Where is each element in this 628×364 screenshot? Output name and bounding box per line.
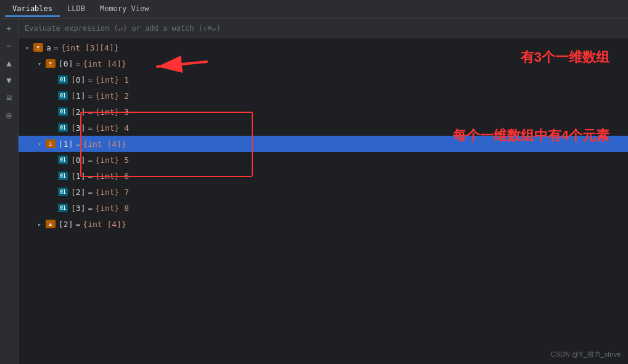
- var-name: [2]: [59, 220, 73, 229]
- tree-row[interactable]: 01[1] = {int} 6: [19, 168, 628, 184]
- var-value: {int [4]}: [83, 59, 126, 68]
- var-equals: =: [88, 107, 93, 117]
- var-value: {int [4]}: [83, 139, 126, 149]
- tree-row[interactable]: ≡a = {int [3][4]}: [19, 39, 628, 56]
- watermark: CSDN @Y_努力_strive: [551, 350, 621, 359]
- int-icon: 01: [58, 123, 68, 132]
- tree-row[interactable]: 01[0] = {int} 1: [19, 72, 628, 88]
- tab-variables[interactable]: Variables: [5, 2, 60, 17]
- var-equals: =: [75, 220, 80, 229]
- var-value: {int} 6: [95, 172, 129, 181]
- var-name: [2]: [71, 188, 85, 197]
- var-name: [3]: [71, 204, 85, 213]
- add-button[interactable]: +: [2, 21, 17, 36]
- int-icon: 01: [58, 107, 68, 116]
- var-equals: =: [88, 172, 93, 181]
- var-name: [3]: [71, 123, 85, 133]
- var-equals: =: [88, 204, 93, 213]
- var-equals: =: [54, 43, 59, 52]
- var-value: {int} 2: [95, 91, 129, 101]
- var-equals: =: [75, 139, 80, 149]
- var-name: [1]: [71, 172, 85, 181]
- var-value: {int [4]}: [83, 220, 126, 229]
- var-equals: =: [88, 155, 93, 165]
- var-value: {int [3][4]}: [61, 43, 119, 52]
- tab-lldb[interactable]: LLDB: [60, 2, 93, 17]
- view-button[interactable]: ◎: [2, 107, 17, 122]
- up-button[interactable]: ▲: [2, 56, 17, 70]
- var-value: {int} 5: [95, 155, 129, 165]
- variables-list[interactable]: ≡a = {int [3][4]}≡[0] = {int [4]}01[0] =…: [19, 38, 628, 364]
- toggle-arrow[interactable]: [35, 139, 44, 149]
- tabs-bar: Variables LLDB Memory View: [0, 0, 628, 19]
- var-name: [1]: [71, 91, 85, 101]
- var-name: [0]: [59, 59, 73, 68]
- array-icon: ≡: [46, 139, 56, 148]
- var-name: [1]: [59, 139, 73, 149]
- sidebar: + − ▲ ▼ ⊡ ◎: [0, 19, 19, 364]
- var-equals: =: [88, 91, 93, 101]
- tree-row[interactable]: ≡[2] = {int [4]}: [19, 216, 628, 232]
- tree-row[interactable]: 01[3] = {int} 4: [19, 120, 628, 136]
- tree-row[interactable]: ≡[0] = {int [4]}: [19, 56, 628, 72]
- var-value: {int} 7: [95, 188, 129, 197]
- var-name: [0]: [71, 75, 85, 85]
- var-name: [0]: [71, 155, 85, 165]
- int-icon: 01: [58, 75, 68, 84]
- main-container: + − ▲ ▼ ⊡ ◎ Evaluate expression (↵) or a…: [0, 19, 628, 364]
- down-button[interactable]: ▼: [2, 73, 17, 88]
- array-icon: ≡: [46, 220, 56, 228]
- int-icon: 01: [58, 188, 68, 196]
- var-name: a: [46, 43, 51, 52]
- expression-placeholder: Evaluate expression (↵) or add a watch (…: [25, 24, 221, 33]
- tree-row[interactable]: ≡[1] = {int [4]}: [19, 136, 628, 152]
- var-equals: =: [75, 59, 80, 68]
- var-value: {int} 3: [95, 107, 129, 117]
- expression-bar[interactable]: Evaluate expression (↵) or add a watch (…: [19, 19, 628, 38]
- tree-row[interactable]: 01[2] = {int} 3: [19, 104, 628, 120]
- array-icon: ≡: [33, 43, 43, 52]
- var-value: {int} 4: [95, 123, 129, 133]
- var-name: [2]: [71, 107, 85, 117]
- int-icon: 01: [58, 91, 68, 100]
- toggle-arrow[interactable]: [35, 59, 44, 68]
- int-icon: 01: [58, 172, 68, 180]
- array-icon: ≡: [46, 59, 56, 68]
- var-value: {int} 1: [95, 75, 129, 85]
- toggle-arrow[interactable]: [35, 219, 44, 229]
- toggle-arrow[interactable]: [22, 43, 32, 52]
- int-icon: 01: [58, 155, 68, 164]
- content-panel: Evaluate expression (↵) or add a watch (…: [19, 19, 628, 364]
- int-icon: 01: [58, 204, 68, 212]
- tree-row[interactable]: 01[3] = {int} 8: [19, 200, 628, 216]
- var-equals: =: [88, 123, 93, 133]
- var-equals: =: [88, 188, 93, 197]
- remove-button[interactable]: −: [2, 38, 17, 53]
- var-equals: =: [88, 75, 93, 85]
- tree-row[interactable]: 01[0] = {int} 5: [19, 152, 628, 168]
- tab-memory-view[interactable]: Memory View: [93, 2, 156, 17]
- var-value: {int} 8: [95, 204, 129, 213]
- copy-button[interactable]: ⊡: [2, 90, 17, 105]
- tree-row[interactable]: 01[1] = {int} 2: [19, 88, 628, 104]
- tree-row[interactable]: 01[2] = {int} 7: [19, 184, 628, 200]
